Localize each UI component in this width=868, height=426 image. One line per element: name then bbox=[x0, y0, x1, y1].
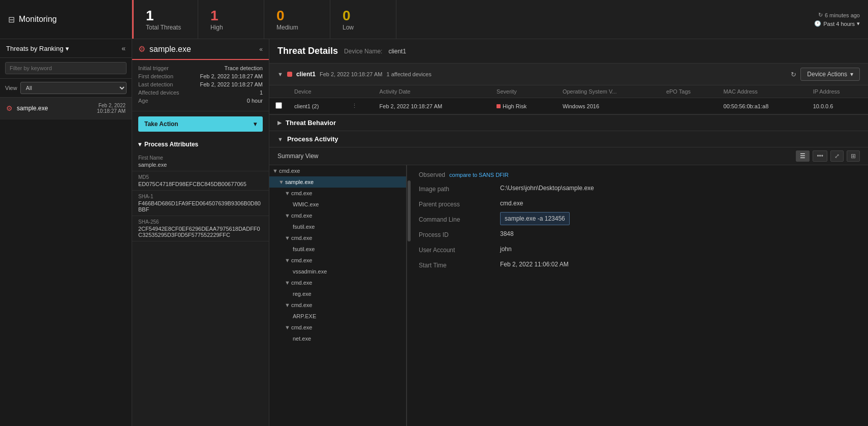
view-label: View bbox=[5, 85, 17, 91]
high-risk-badge: High Risk bbox=[497, 103, 526, 109]
first-detection-value: Feb 2, 2022 10:18:27 AM bbox=[200, 73, 263, 79]
parent-process-value: cmd.exe bbox=[500, 200, 860, 207]
sha1-attr: SHA-1 F466B4D686D1FA9FED064507639B9306B0… bbox=[132, 191, 269, 216]
affected-devices-row: Affected devices 1 bbox=[138, 89, 263, 96]
tree-item[interactable]: ▼ cmd.exe bbox=[269, 277, 406, 288]
first-name-value: sample.exe bbox=[138, 162, 263, 168]
age-value: 0 hour bbox=[247, 98, 263, 104]
total-threats-metric: 1 Total Threats bbox=[132, 0, 198, 39]
device-name-label: Device Name: bbox=[344, 48, 382, 55]
compare-sans-link[interactable]: compare to SANS DFIR bbox=[449, 172, 509, 178]
process-detail: Observed compare to SANS DFIR Image path… bbox=[411, 165, 868, 426]
sidebar: Threats by Ranking ▾ « View All ⚙ sample… bbox=[0, 39, 132, 426]
device-name-value: client1 bbox=[388, 48, 406, 55]
filter-input[interactable] bbox=[5, 62, 127, 74]
process-split: ▼ cmd.exe ▼ sample.exe ▼ cmd.exe bbox=[269, 165, 868, 426]
tree-item[interactable]: ▼ sample.exe bbox=[269, 176, 406, 188]
affected-badge: 1 affected devices bbox=[386, 71, 431, 77]
view-select[interactable]: All bbox=[20, 82, 127, 94]
refresh-icon: ↻ bbox=[818, 12, 823, 18]
process-activity-header[interactable]: ▼ Process Activity bbox=[269, 131, 868, 147]
list-view-button[interactable]: ☰ bbox=[796, 150, 810, 162]
tree-item[interactable]: WMIC.exe bbox=[269, 199, 406, 210]
device-section-header: ▼ client1 Feb 2, 2022 10:18:27 AM 1 affe… bbox=[269, 64, 868, 85]
tree-item[interactable]: net.exe bbox=[269, 333, 406, 344]
low-label: Low bbox=[343, 24, 384, 31]
tree-item[interactable]: ARP.EXE bbox=[269, 311, 406, 322]
last-detection-value: Feb 2, 2022 10:18:27 AM bbox=[200, 81, 263, 87]
process-attributes-header[interactable]: ▾ Process Attributes bbox=[132, 137, 269, 152]
table-header-activity-date: Activity Date bbox=[374, 85, 491, 98]
process-tree: ▼ cmd.exe ▼ sample.exe ▼ cmd.exe bbox=[269, 165, 407, 426]
medium-label: Medium bbox=[276, 24, 318, 31]
grid-view-button[interactable]: ⊞ bbox=[847, 150, 860, 162]
more-view-button[interactable]: ••• bbox=[813, 150, 827, 162]
device-toggle-icon[interactable]: ▼ bbox=[277, 71, 283, 77]
device-table: Device Activity Date Severity Operating … bbox=[269, 85, 868, 114]
tree-scrollbar-thumb[interactable] bbox=[408, 180, 411, 241]
tree-toggle-icon: ▼ bbox=[285, 324, 290, 330]
table-header-checkbox bbox=[269, 85, 288, 98]
tree-item[interactable]: ▼ cmd.exe bbox=[269, 165, 406, 176]
md5-label: MD5 bbox=[138, 174, 263, 180]
sidebar-title[interactable]: Threats by Ranking ▾ bbox=[6, 45, 69, 52]
tree-scrollbar[interactable] bbox=[407, 165, 411, 426]
os-cell: Windows 2016 bbox=[556, 98, 660, 114]
sidebar-filter bbox=[0, 58, 132, 79]
sha256-attr: SHA-256 2CF54942E8CF0EF6296DEAA7975618DA… bbox=[132, 216, 269, 241]
middle-collapse-btn[interactable]: « bbox=[259, 46, 263, 53]
image-path-field: Image path C:\Users\john\Desktop\sample.… bbox=[419, 185, 860, 193]
metrics-bar: 1 Total Threats 1 High 0 Medium 0 Low bbox=[132, 0, 777, 39]
device-section: ▼ client1 Feb 2, 2022 10:18:27 AM 1 affe… bbox=[269, 64, 868, 115]
gear-icon: ⚙ bbox=[138, 44, 145, 54]
summary-view-header: Summary View ☰ ••• ⤢ ⊞ bbox=[269, 147, 868, 165]
chevron-down-icon: ▾ bbox=[254, 120, 257, 128]
tree-item[interactable]: ▼ cmd.exe bbox=[269, 188, 406, 199]
table-header-severity: Severity bbox=[490, 85, 556, 98]
process-id-label: Process ID bbox=[419, 230, 500, 238]
tree-item[interactable]: reg.exe bbox=[269, 288, 406, 299]
tree-item[interactable]: ▼ cmd.exe bbox=[269, 210, 406, 221]
command-line-label: Command Line bbox=[419, 215, 500, 223]
take-action-button[interactable]: Take Action ▾ bbox=[138, 116, 263, 132]
process-id-field: Process ID 3848 bbox=[419, 230, 860, 238]
command-line-value: sample.exe -a 123456 bbox=[500, 215, 860, 222]
threat-details-header: Threat Details Device Name: client1 bbox=[269, 39, 868, 64]
age-row: Age 0 hour bbox=[138, 98, 263, 104]
sidebar-collapse-btn[interactable]: « bbox=[121, 44, 126, 52]
first-name-attr: First Name sample.exe bbox=[132, 152, 269, 171]
threat-behavior-toggle: ▶ bbox=[277, 119, 282, 126]
total-threats-label: Total Threats bbox=[146, 24, 185, 31]
tree-item[interactable]: fsutil.exe bbox=[269, 244, 406, 255]
threat-list-item[interactable]: ⚙ sample.exe Feb 2, 2022 10:18:27 AM bbox=[0, 98, 132, 119]
first-detection-label: First detection bbox=[138, 73, 173, 79]
device-refresh-icon[interactable]: ↻ bbox=[791, 71, 796, 78]
device-actions-button[interactable]: Device Actions ▾ bbox=[800, 68, 860, 81]
tree-toggle-icon: ▼ bbox=[285, 235, 290, 241]
medium-metric: 0 Medium bbox=[264, 0, 330, 39]
threat-name: sample.exe bbox=[17, 105, 48, 112]
tree-item[interactable]: ▼ cmd.exe bbox=[269, 255, 406, 266]
row-dots[interactable]: ⋮ bbox=[346, 98, 374, 114]
tree-item[interactable]: vssadmin.exe bbox=[269, 266, 406, 277]
view-controls: ☰ ••• ⤢ ⊞ bbox=[796, 150, 860, 162]
parent-process-field: Parent process cmd.exe bbox=[419, 200, 860, 208]
row-checkbox[interactable] bbox=[275, 102, 282, 109]
process-activity-section: ▼ Process Activity bbox=[269, 131, 868, 147]
high-value: 1 bbox=[210, 8, 252, 24]
tree-item[interactable]: ▼ cmd.exe bbox=[269, 299, 406, 311]
threat-behavior-section: ▶ Threat Behavior bbox=[269, 115, 868, 131]
device-status-indicator bbox=[287, 72, 292, 77]
expand-view-button[interactable]: ⤢ bbox=[830, 150, 844, 162]
threat-behavior-header[interactable]: ▶ Threat Behavior bbox=[269, 115, 868, 131]
last-refresh: ↻ 6 minutes ago bbox=[818, 12, 860, 18]
tree-item[interactable]: ▼ cmd.exe bbox=[269, 322, 406, 333]
time-range-selector[interactable]: 🕐 Past 4 hours ▾ bbox=[814, 20, 860, 27]
tree-item[interactable]: ▼ cmd.exe bbox=[269, 232, 406, 244]
middle-header: ⚙ sample.exe « bbox=[132, 39, 269, 60]
process-attributes-section: ▾ Process Attributes First Name sample.e… bbox=[132, 137, 269, 247]
tree-item[interactable]: fsutil.exe bbox=[269, 221, 406, 232]
table-row[interactable]: client1 (2) ⋮ Feb 2, 2022 10:18:27 AM Hi… bbox=[269, 98, 868, 114]
md5-value: ED075C4718FD98EFCBC845DB00677065 bbox=[138, 181, 263, 187]
sha256-label: SHA-256 bbox=[138, 219, 263, 225]
